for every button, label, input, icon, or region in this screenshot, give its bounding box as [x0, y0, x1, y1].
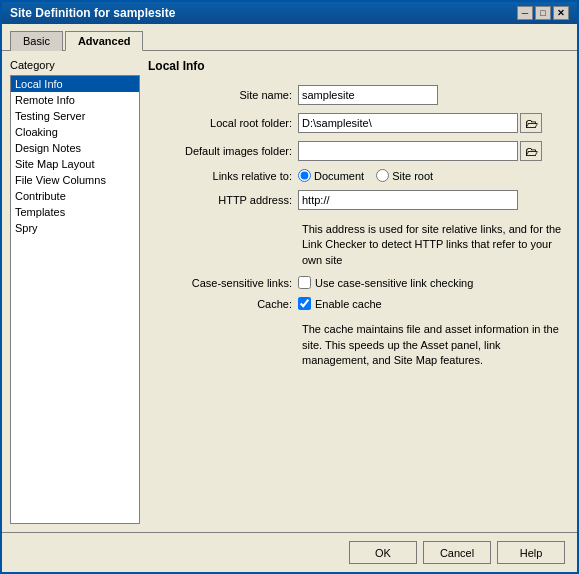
cache-checkbox[interactable]	[298, 297, 311, 310]
cache-option[interactable]: Enable cache	[298, 297, 382, 310]
links-relative-row: Links relative to: Document Site root	[148, 169, 569, 182]
main-panel: Local Info Site name: Local root folder:…	[148, 59, 569, 524]
sidebar-item-remote-info[interactable]: Remote Info	[11, 92, 139, 108]
http-input[interactable]	[298, 190, 518, 210]
http-description: This address is used for site relative l…	[302, 222, 569, 268]
minimize-button[interactable]: ─	[517, 6, 533, 20]
sidebar-item-file-view-columns[interactable]: File View Columns	[11, 172, 139, 188]
cache-checkbox-label: Enable cache	[315, 298, 382, 310]
case-sensitive-checkbox-label: Use case-sensitive link checking	[315, 277, 473, 289]
title-bar-buttons: ─ □ ✕	[517, 6, 569, 20]
local-root-input[interactable]	[298, 113, 518, 133]
default-images-folder-button[interactable]: 🗁	[520, 141, 542, 161]
main-window: Site Definition for samplesite ─ □ ✕ Bas…	[0, 0, 579, 574]
maximize-button[interactable]: □	[535, 6, 551, 20]
links-relative-options: Document Site root	[298, 169, 433, 182]
cancel-button[interactable]: Cancel	[423, 541, 491, 564]
sidebar-item-cloaking[interactable]: Cloaking	[11, 124, 139, 140]
local-root-label: Local root folder:	[148, 117, 298, 129]
radio-siteroot-option[interactable]: Site root	[376, 169, 433, 182]
local-root-folder-button[interactable]: 🗁	[520, 113, 542, 133]
case-sensitive-checkbox[interactable]	[298, 276, 311, 289]
site-name-label: Site name:	[148, 89, 298, 101]
tabs-area: Basic Advanced	[2, 24, 577, 51]
title-bar: Site Definition for samplesite ─ □ ✕	[2, 2, 577, 24]
sidebar-item-site-map-layout[interactable]: Site Map Layout	[11, 156, 139, 172]
default-images-row: Default images folder: 🗁	[148, 141, 569, 161]
cache-row: Cache: Enable cache	[148, 297, 569, 310]
close-button[interactable]: ✕	[553, 6, 569, 20]
bottom-bar: OK Cancel Help	[2, 532, 577, 572]
radio-document-label: Document	[314, 170, 364, 182]
tab-row: Basic Advanced	[10, 30, 569, 50]
case-sensitive-row: Case-sensitive links: Use case-sensitive…	[148, 276, 569, 289]
cache-label: Cache:	[148, 298, 298, 310]
radio-siteroot[interactable]	[376, 169, 389, 182]
case-sensitive-label: Case-sensitive links:	[148, 277, 298, 289]
tab-basic[interactable]: Basic	[10, 31, 63, 51]
case-sensitive-option[interactable]: Use case-sensitive link checking	[298, 276, 473, 289]
links-relative-label: Links relative to:	[148, 170, 298, 182]
sidebar-item-contribute[interactable]: Contribute	[11, 188, 139, 204]
local-root-input-group: 🗁	[298, 113, 542, 133]
sidebar-item-local-info[interactable]: Local Info	[11, 76, 139, 92]
help-button[interactable]: Help	[497, 541, 565, 564]
content-area: Category Local Info Remote Info Testing …	[2, 51, 577, 532]
default-images-label: Default images folder:	[148, 145, 298, 157]
http-label: HTTP address:	[148, 194, 298, 206]
folder-icon: 🗁	[525, 116, 538, 131]
http-row: HTTP address:	[148, 190, 569, 210]
category-label: Category	[10, 59, 140, 71]
ok-button[interactable]: OK	[349, 541, 417, 564]
cache-description: The cache maintains file and asset infor…	[302, 322, 569, 368]
sidebar-item-templates[interactable]: Templates	[11, 204, 139, 220]
folder-icon-2: 🗁	[525, 144, 538, 159]
radio-document[interactable]	[298, 169, 311, 182]
default-images-input[interactable]	[298, 141, 518, 161]
site-name-input[interactable]	[298, 85, 438, 105]
panel-title: Local Info	[148, 59, 569, 73]
sidebar-item-testing-server[interactable]: Testing Server	[11, 108, 139, 124]
radio-siteroot-label: Site root	[392, 170, 433, 182]
sidebar-item-spry[interactable]: Spry	[11, 220, 139, 236]
sidebar-item-design-notes[interactable]: Design Notes	[11, 140, 139, 156]
radio-document-option[interactable]: Document	[298, 169, 364, 182]
tab-advanced[interactable]: Advanced	[65, 31, 144, 51]
sidebar-list: Local Info Remote Info Testing Server Cl…	[10, 75, 140, 524]
window-title: Site Definition for samplesite	[10, 6, 175, 20]
default-images-input-group: 🗁	[298, 141, 542, 161]
site-name-row: Site name:	[148, 85, 569, 105]
local-root-row: Local root folder: 🗁	[148, 113, 569, 133]
sidebar: Category Local Info Remote Info Testing …	[10, 59, 140, 524]
